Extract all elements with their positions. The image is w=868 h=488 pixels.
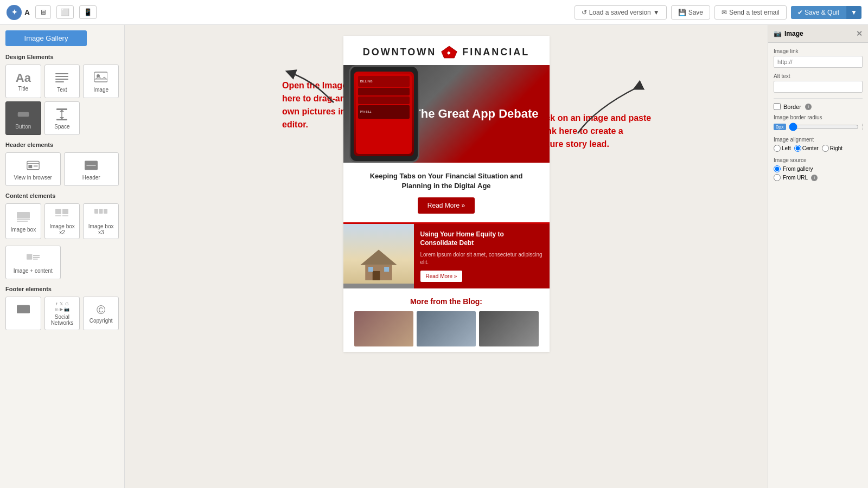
alignment-field: Image alignment Left Center Right: [774, 137, 863, 152]
align-right-option[interactable]: Right: [822, 145, 843, 152]
source-url-radio[interactable]: [774, 174, 781, 181]
desktop-view-btn[interactable]: 🖥: [35, 5, 51, 19]
blog-image-1[interactable]: [354, 311, 413, 346]
save-quit-btn[interactable]: ✔ Save & Quit: [791, 6, 846, 19]
element-view-browser[interactable]: View in browser: [5, 152, 61, 186]
content-elements-grid: Image box Image box x2 Image box x3: [5, 203, 119, 239]
load-version-btn[interactable]: ↺ Load a saved version ▼: [575, 5, 667, 20]
element-copyright[interactable]: © Copyright: [83, 297, 119, 330]
header-el-icon: [85, 159, 98, 173]
content-elements-grid-2: Image + content: [5, 246, 119, 279]
image-gallery-btn[interactable]: Image Gallery: [5, 30, 87, 46]
save-quit-arrow-btn[interactable]: ▼: [846, 6, 861, 19]
svg-text:◆: ◆: [446, 50, 451, 55]
design-elements-label: Design Elements: [5, 54, 119, 60]
title-icon: Aa: [16, 72, 31, 84]
element-footer[interactable]: Footer: [5, 297, 41, 330]
hero-phone: BILLING PAY BILL: [349, 65, 419, 163]
align-left-option[interactable]: Left: [774, 145, 791, 152]
svg-rect-0: [55, 73, 68, 74]
sidebar: Image Gallery Design Elements Aa Title T…: [0, 25, 125, 488]
align-center-option[interactable]: Center: [794, 145, 819, 152]
svg-marker-36: [360, 250, 397, 265]
content-elements-label: Content elements: [5, 192, 119, 199]
element-image-content[interactable]: Image + content: [5, 246, 61, 279]
annotation-right: Click on an image and paste a link here …: [534, 112, 654, 151]
image-box-icon: [17, 211, 30, 225]
article-title: Keeping Tabs on Your Financial Situation…: [354, 171, 539, 191]
blog-section-title: More from the Blog:: [354, 297, 539, 306]
sidebar-article-image[interactable]: [343, 224, 414, 288]
border-radius-slider[interactable]: [789, 123, 859, 131]
save-btn[interactable]: 💾 Save: [671, 5, 710, 20]
arrow-right-icon: [567, 79, 648, 144]
read-more-btn-2[interactable]: Read More »: [420, 271, 463, 282]
border-radius-badge: 0px: [774, 124, 786, 130]
svg-rect-26: [94, 209, 98, 214]
blog-section: More from the Blog:: [343, 288, 550, 352]
header-elements-grid: View in browser Header: [5, 152, 119, 186]
send-test-btn[interactable]: ✉ Send a test email: [714, 5, 787, 20]
topbar: ✦ A 🖥 ⬜ 📱 ↺ Load a saved version ▼ 💾 Sav…: [0, 0, 868, 25]
url-info-icon[interactable]: i: [811, 175, 818, 181]
arrow-left-icon: [279, 62, 344, 111]
image-box-x2-icon: [55, 208, 68, 222]
border-checkbox-row: Border i: [774, 103, 863, 110]
blog-image-2[interactable]: [417, 311, 476, 346]
element-image-box-x3[interactable]: Image box x3: [83, 203, 119, 239]
element-title[interactable]: Aa Title: [5, 65, 41, 98]
tablet-view-btn[interactable]: ⬜: [56, 5, 74, 19]
social-icon: f𝕏G in▶📷: [54, 302, 69, 312]
panel-close-btn[interactable]: ✕: [856, 29, 863, 38]
source-radio-group: From gallery From URL i: [774, 165, 863, 181]
sidebar-article-title: Using Your Home Equity to Consolidate De…: [420, 230, 543, 247]
element-image-box-x2[interactable]: Image box x2: [44, 203, 80, 239]
border-info-icon[interactable]: i: [805, 104, 812, 110]
blog-images: [354, 311, 539, 346]
read-more-btn-1[interactable]: Read More »: [418, 197, 475, 214]
element-space[interactable]: Space: [44, 101, 80, 135]
logo-letter: A: [24, 8, 30, 17]
element-button[interactable]: Button: [5, 101, 41, 135]
svg-rect-40: [384, 267, 389, 272]
sidebar-article-text: Lorem ipsum dolor sit amet, consectetur …: [420, 251, 543, 266]
house-icon: [354, 243, 403, 281]
email-header: Downtown ◆ Financial: [343, 36, 550, 65]
topbar-right: ↺ Load a saved version ▼ 💾 Save ✉ Send a…: [575, 5, 861, 20]
load-icon: ↺: [582, 9, 587, 16]
alt-text-input[interactable]: [774, 81, 863, 93]
svg-rect-2: [55, 79, 68, 80]
send-icon: ✉: [722, 9, 727, 16]
radius-info-icon[interactable]: i: [863, 124, 864, 130]
logo: ✦ A: [7, 5, 30, 20]
element-text[interactable]: Text: [44, 65, 80, 98]
mobile-view-btn[interactable]: 📱: [79, 5, 97, 19]
svg-rect-19: [17, 212, 30, 219]
sidebar-article-content: Using Your Home Equity to Consolidate De…: [414, 224, 550, 288]
footer-el-icon: [17, 304, 30, 317]
brand-name: Downtown ◆ Financial: [349, 44, 544, 60]
logo-icon: ✦: [7, 5, 22, 20]
alt-text-field: Alt text: [774, 73, 863, 93]
svg-rect-33: [17, 305, 30, 313]
svg-rect-27: [99, 209, 103, 214]
source-gallery-radio[interactable]: [774, 165, 781, 172]
svg-rect-14: [28, 165, 32, 168]
image-link-field: Image link: [774, 48, 863, 68]
element-image-box[interactable]: Image box: [5, 203, 41, 239]
svg-rect-3: [55, 81, 64, 82]
element-header[interactable]: Header: [64, 152, 119, 186]
space-el-icon: [55, 108, 68, 122]
svg-rect-1: [55, 76, 68, 77]
divider-1: [774, 98, 863, 99]
checkmark-icon: ✔: [797, 9, 803, 16]
copyright-icon: ©: [97, 304, 105, 316]
element-image[interactable]: Image: [83, 65, 119, 98]
element-social[interactable]: f𝕏G in▶📷 Social Networks: [44, 297, 80, 330]
svg-rect-29: [27, 254, 32, 259]
right-panel: 📷 Image ✕ Image link Alt text Border i I…: [768, 25, 868, 488]
border-checkbox[interactable]: [774, 103, 781, 110]
hero-image[interactable]: BILLING PAY BILL The Great App Debate: [343, 65, 550, 163]
image-link-input[interactable]: [774, 56, 863, 68]
blog-image-3[interactable]: [479, 311, 538, 346]
